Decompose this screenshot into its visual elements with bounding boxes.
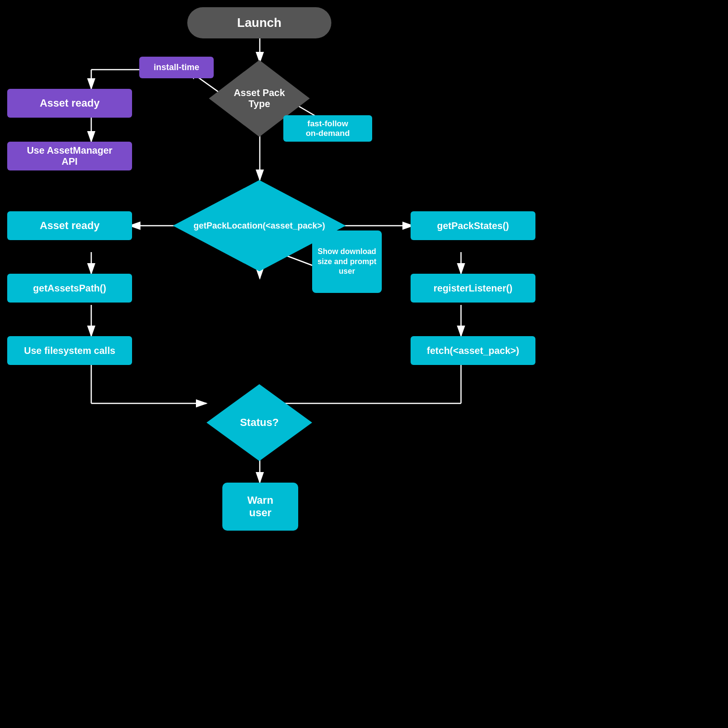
install-time-label: install-time: [139, 57, 214, 78]
use-filesystem-node: Use filesystem calls: [7, 336, 132, 365]
register-listener-node: registerListener(): [411, 274, 535, 303]
asset-ready-mid: Asset ready: [7, 211, 132, 240]
status-diamond: Status?: [206, 384, 312, 461]
fast-follow-label: fast-follow on-demand: [283, 115, 372, 142]
launch-node: Launch: [187, 7, 331, 38]
warn-user-node: Warn user: [222, 483, 298, 531]
asset-ready-top: Asset ready: [7, 89, 132, 118]
flowchart: Launch Asset Pack Type install-time Asse…: [0, 0, 728, 728]
use-asset-manager-node: Use AssetManager API: [7, 142, 132, 170]
fetch-node: fetch(<asset_pack>): [411, 336, 535, 365]
get-pack-states-node: getPackStates(): [411, 211, 535, 240]
show-download-node: Show download size and prompt user: [312, 231, 382, 293]
get-assets-path-node: getAssetsPath(): [7, 274, 132, 303]
